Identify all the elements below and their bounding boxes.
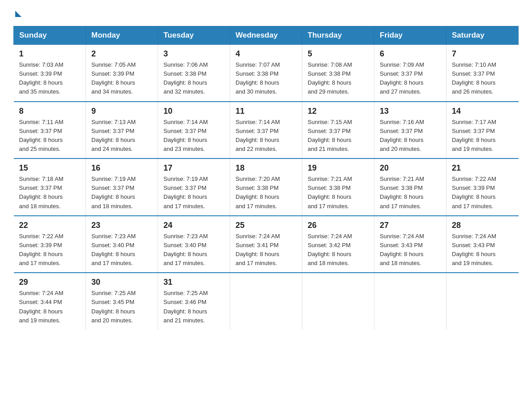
day-cell: 20 Sunrise: 7:21 AM Sunset: 3:38 PM Dayl… — [374, 158, 446, 216]
day-number: 25 — [236, 221, 296, 230]
day-cell: 17 Sunrise: 7:19 AM Sunset: 3:37 PM Dayl… — [158, 158, 230, 216]
day-number: 11 — [236, 107, 296, 116]
day-number: 17 — [163, 163, 224, 173]
day-info: Sunrise: 7:23 AM Sunset: 3:40 PM Dayligh… — [91, 232, 152, 268]
week-row-2: 8 Sunrise: 7:11 AM Sunset: 3:37 PM Dayli… — [14, 102, 519, 159]
day-number: 2 — [91, 49, 152, 59]
day-number: 28 — [452, 221, 513, 230]
day-info: Sunrise: 7:22 AM Sunset: 3:39 PM Dayligh… — [19, 232, 81, 268]
day-number: 7 — [452, 49, 513, 59]
day-info: Sunrise: 7:13 AM Sunset: 3:37 PM Dayligh… — [91, 118, 152, 154]
logo-arrow-icon — [15, 11, 21, 17]
day-cell: 28 Sunrise: 7:24 AM Sunset: 3:43 PM Dayl… — [446, 216, 519, 273]
day-info: Sunrise: 7:18 AM Sunset: 3:37 PM Dayligh… — [19, 175, 81, 211]
day-number: 21 — [452, 163, 513, 173]
day-info: Sunrise: 7:06 AM Sunset: 3:38 PM Dayligh… — [163, 60, 224, 97]
day-number: 29 — [19, 278, 81, 287]
day-info: Sunrise: 7:09 AM Sunset: 3:37 PM Dayligh… — [380, 60, 441, 97]
day-info: Sunrise: 7:16 AM Sunset: 3:37 PM Dayligh… — [380, 118, 441, 154]
day-cell: 25 Sunrise: 7:24 AM Sunset: 3:41 PM Dayl… — [230, 216, 302, 273]
day-number: 26 — [308, 221, 369, 230]
day-number: 22 — [19, 221, 81, 230]
day-info: Sunrise: 7:25 AM Sunset: 3:45 PM Dayligh… — [91, 289, 152, 325]
column-header-friday: Friday — [374, 26, 446, 45]
day-cell: 23 Sunrise: 7:23 AM Sunset: 3:40 PM Dayl… — [86, 216, 158, 273]
week-row-4: 22 Sunrise: 7:22 AM Sunset: 3:39 PM Dayl… — [14, 216, 519, 273]
day-info: Sunrise: 7:22 AM Sunset: 3:39 PM Dayligh… — [452, 175, 513, 211]
calendar-table: SundayMondayTuesdayWednesdayThursdayFrid… — [13, 26, 519, 330]
day-number: 18 — [236, 163, 296, 173]
day-cell: 14 Sunrise: 7:17 AM Sunset: 3:37 PM Dayl… — [446, 102, 519, 159]
day-info: Sunrise: 7:24 AM Sunset: 3:41 PM Dayligh… — [236, 232, 296, 268]
day-info: Sunrise: 7:14 AM Sunset: 3:37 PM Dayligh… — [163, 118, 224, 154]
logo[interactable] — [13, 9, 22, 17]
day-info: Sunrise: 7:21 AM Sunset: 3:38 PM Dayligh… — [308, 175, 369, 211]
day-cell: 21 Sunrise: 7:22 AM Sunset: 3:39 PM Dayl… — [446, 158, 519, 216]
page-header — [13, 9, 519, 17]
day-info: Sunrise: 7:21 AM Sunset: 3:38 PM Dayligh… — [380, 175, 441, 211]
day-cell: 29 Sunrise: 7:24 AM Sunset: 3:44 PM Dayl… — [14, 273, 86, 330]
day-info: Sunrise: 7:17 AM Sunset: 3:37 PM Dayligh… — [452, 118, 513, 154]
day-number: 9 — [91, 107, 152, 116]
day-cell: 2 Sunrise: 7:05 AM Sunset: 3:39 PM Dayli… — [86, 45, 158, 102]
day-info: Sunrise: 7:20 AM Sunset: 3:38 PM Dayligh… — [236, 175, 296, 211]
day-cell: 31 Sunrise: 7:25 AM Sunset: 3:46 PM Dayl… — [158, 273, 230, 330]
day-number: 1 — [19, 49, 81, 59]
day-cell: 8 Sunrise: 7:11 AM Sunset: 3:37 PM Dayli… — [14, 102, 86, 159]
day-info: Sunrise: 7:25 AM Sunset: 3:46 PM Dayligh… — [163, 289, 224, 325]
day-cell: 18 Sunrise: 7:20 AM Sunset: 3:38 PM Dayl… — [230, 158, 302, 216]
day-info: Sunrise: 7:11 AM Sunset: 3:37 PM Dayligh… — [19, 118, 81, 154]
day-cell: 10 Sunrise: 7:14 AM Sunset: 3:37 PM Dayl… — [158, 102, 230, 159]
day-number: 16 — [91, 163, 152, 173]
calendar-header: SundayMondayTuesdayWednesdayThursdayFrid… — [14, 26, 519, 45]
day-number: 14 — [452, 107, 513, 116]
day-cell: 30 Sunrise: 7:25 AM Sunset: 3:45 PM Dayl… — [86, 273, 158, 330]
day-cell — [374, 273, 446, 330]
calendar-body: 1 Sunrise: 7:03 AM Sunset: 3:39 PM Dayli… — [14, 45, 519, 330]
week-row-1: 1 Sunrise: 7:03 AM Sunset: 3:39 PM Dayli… — [14, 45, 519, 102]
day-cell: 9 Sunrise: 7:13 AM Sunset: 3:37 PM Dayli… — [86, 102, 158, 159]
day-number: 24 — [163, 221, 224, 230]
day-info: Sunrise: 7:24 AM Sunset: 3:43 PM Dayligh… — [380, 232, 441, 268]
day-number: 20 — [380, 163, 441, 173]
day-cell — [302, 273, 374, 330]
week-row-5: 29 Sunrise: 7:24 AM Sunset: 3:44 PM Dayl… — [14, 273, 519, 330]
day-cell: 3 Sunrise: 7:06 AM Sunset: 3:38 PM Dayli… — [158, 45, 230, 102]
day-info: Sunrise: 7:07 AM Sunset: 3:38 PM Dayligh… — [236, 60, 296, 97]
day-cell: 5 Sunrise: 7:08 AM Sunset: 3:38 PM Dayli… — [302, 45, 374, 102]
day-cell: 16 Sunrise: 7:19 AM Sunset: 3:37 PM Dayl… — [86, 158, 158, 216]
week-row-3: 15 Sunrise: 7:18 AM Sunset: 3:37 PM Dayl… — [14, 158, 519, 216]
day-info: Sunrise: 7:19 AM Sunset: 3:37 PM Dayligh… — [163, 175, 224, 211]
day-cell: 12 Sunrise: 7:15 AM Sunset: 3:37 PM Dayl… — [302, 102, 374, 159]
day-number: 13 — [380, 107, 441, 116]
day-cell: 24 Sunrise: 7:23 AM Sunset: 3:40 PM Dayl… — [158, 216, 230, 273]
day-info: Sunrise: 7:10 AM Sunset: 3:37 PM Dayligh… — [452, 60, 513, 97]
day-cell: 26 Sunrise: 7:24 AM Sunset: 3:42 PM Dayl… — [302, 216, 374, 273]
day-number: 8 — [19, 107, 81, 116]
day-info: Sunrise: 7:23 AM Sunset: 3:40 PM Dayligh… — [163, 232, 224, 268]
day-number: 10 — [163, 107, 224, 116]
day-number: 23 — [91, 221, 152, 230]
day-info: Sunrise: 7:19 AM Sunset: 3:37 PM Dayligh… — [91, 175, 152, 211]
header-row: SundayMondayTuesdayWednesdayThursdayFrid… — [14, 26, 519, 45]
day-number: 12 — [308, 107, 369, 116]
day-info: Sunrise: 7:24 AM Sunset: 3:43 PM Dayligh… — [452, 232, 513, 268]
day-number: 15 — [19, 163, 81, 173]
day-cell: 19 Sunrise: 7:21 AM Sunset: 3:38 PM Dayl… — [302, 158, 374, 216]
day-number: 5 — [308, 49, 369, 59]
day-cell: 6 Sunrise: 7:09 AM Sunset: 3:37 PM Dayli… — [374, 45, 446, 102]
day-info: Sunrise: 7:08 AM Sunset: 3:38 PM Dayligh… — [308, 60, 369, 97]
day-number: 3 — [163, 49, 224, 59]
day-cell: 22 Sunrise: 7:22 AM Sunset: 3:39 PM Dayl… — [14, 216, 86, 273]
day-cell — [230, 273, 302, 330]
day-info: Sunrise: 7:24 AM Sunset: 3:42 PM Dayligh… — [308, 232, 369, 268]
column-header-saturday: Saturday — [446, 26, 519, 45]
day-cell: 13 Sunrise: 7:16 AM Sunset: 3:37 PM Dayl… — [374, 102, 446, 159]
day-info: Sunrise: 7:05 AM Sunset: 3:39 PM Dayligh… — [91, 60, 152, 97]
day-number: 6 — [380, 49, 441, 59]
day-number: 19 — [308, 163, 369, 173]
day-info: Sunrise: 7:14 AM Sunset: 3:37 PM Dayligh… — [236, 118, 296, 154]
day-cell: 27 Sunrise: 7:24 AM Sunset: 3:43 PM Dayl… — [374, 216, 446, 273]
column-header-sunday: Sunday — [14, 26, 86, 45]
column-header-thursday: Thursday — [302, 26, 374, 45]
